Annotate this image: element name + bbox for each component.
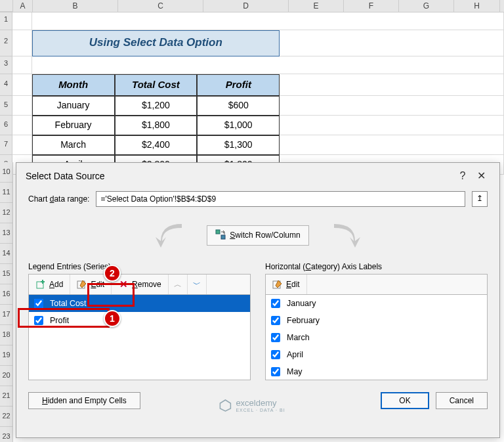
chart-data-range-label: Chart data range: [28,194,89,204]
table-cell[interactable]: $1,200 [115,96,198,116]
axis-label-text: April [287,350,303,359]
row-11[interactable]: 11 [0,183,13,203]
axis-label-text: January [287,299,316,308]
row-1[interactable]: 1 [0,12,12,30]
axis-checkbox[interactable] [271,299,280,308]
add-icon [35,279,46,290]
cell[interactable] [280,74,504,96]
table-cell[interactable]: March [32,135,115,155]
col-H[interactable]: H [454,0,500,12]
row-14[interactable]: 14 [0,244,13,264]
cell[interactable] [12,30,32,56]
collapse-range-button[interactable]: ↥ [472,191,488,207]
axis-list[interactable]: January February March April May [265,295,488,380]
cell[interactable] [280,96,504,116]
col-A[interactable]: A [13,0,33,12]
axis-checkbox[interactable] [271,333,280,342]
move-down-button[interactable]: ﹀ [188,275,207,294]
axis-checkbox[interactable] [271,316,280,325]
column-headers: A B C D E F G H [0,0,504,12]
series-item-total-cost[interactable]: Total Cost [29,295,250,312]
select-all-corner[interactable] [0,0,13,12]
add-series-button[interactable]: Add [29,275,70,294]
cell[interactable] [12,116,32,135]
move-up-button[interactable]: ︿ [169,275,188,294]
col-G[interactable]: G [399,0,454,12]
watermark: exceldemyEXCEL · DATA · BI [219,398,285,412]
axis-label-text: May [287,367,303,376]
cell[interactable] [280,30,504,56]
series-list[interactable]: Total Cost Profit [28,295,251,380]
row-2[interactable]: 2 [0,30,12,56]
hidden-empty-cells-button[interactable]: HHidden and Empty Cellsidden and Empty C… [28,392,140,409]
cell[interactable] [280,116,504,135]
series-label: Profit [50,316,69,325]
row-15[interactable]: 15 [0,264,13,284]
table-cell[interactable]: $2,400 [115,135,198,155]
cell[interactable] [12,96,32,116]
close-button[interactable]: ✕ [472,169,490,182]
row-20[interactable]: 20 [0,366,13,386]
col-C[interactable]: C [118,0,203,12]
row-16[interactable]: 16 [0,284,13,305]
row-13[interactable]: 13 [0,223,13,244]
row-17[interactable]: 17 [0,305,13,325]
row-4[interactable]: 4 [0,74,12,96]
ok-button[interactable]: OK [381,392,429,409]
cell[interactable] [12,135,32,155]
table-cell[interactable]: $600 [197,96,280,116]
cell[interactable] [12,56,32,74]
table-cell[interactable]: $1,800 [115,116,198,135]
axis-checkbox[interactable] [271,350,280,359]
range-select-icon: ↥ [476,194,483,203]
series-checkbox[interactable] [34,299,43,308]
row-22[interactable]: 22 [0,407,13,427]
col-F[interactable]: F [344,0,399,12]
axis-item[interactable]: May [266,363,487,380]
table-cell[interactable]: $1,300 [197,135,280,155]
axis-item[interactable]: March [266,329,487,346]
row-7[interactable]: 7 [0,135,12,155]
col-E[interactable]: E [289,0,344,12]
row-6[interactable]: 6 [0,116,12,135]
row-3[interactable]: 3 [0,56,12,74]
table-cell[interactable]: January [32,96,115,116]
table-cell[interactable]: February [32,116,115,135]
svg-marker-5 [220,400,230,411]
cell[interactable] [280,135,504,155]
dialog-titlebar: Select Data Source ? ✕ [16,163,499,187]
table-header-cost: Total Cost [115,74,198,96]
select-data-source-dialog: Select Data Source ? ✕ Chart data range:… [16,162,500,438]
edit-icon [272,279,283,290]
row-headers-tail: 10 11 12 13 14 15 16 17 18 19 20 21 22 2… [0,162,13,442]
axis-checkbox[interactable] [271,367,280,376]
axis-labels-label: Horizontal (Category) Axis Labels [265,262,488,271]
axis-item[interactable]: February [266,312,487,329]
series-item-profit[interactable]: Profit [29,312,250,329]
row-23[interactable]: 23 [0,427,13,442]
axis-toolbar: Edit [265,274,488,295]
axis-item[interactable]: January [266,295,487,312]
table-cell[interactable]: $1,000 [197,116,280,135]
row-12[interactable]: 12 [0,203,13,223]
row-18[interactable]: 18 [0,325,13,345]
chart-data-range-input[interactable] [96,191,465,207]
row-5[interactable]: 5 [0,96,12,116]
help-button[interactable]: ? [453,170,472,182]
series-checkbox[interactable] [34,316,43,325]
cancel-button[interactable]: Cancel [436,392,488,409]
series-toolbar: Add Edit ✕ Remove ︿ ﹀ [28,274,251,295]
remove-series-button[interactable]: ✕ Remove [112,275,169,294]
row-10[interactable]: 10 [0,162,13,183]
row-19[interactable]: 19 [0,345,13,366]
edit-axis-button[interactable]: Edit [266,275,307,294]
cell[interactable] [32,56,504,74]
cell[interactable] [12,12,32,30]
switch-row-column-button[interactable]: Switch Row/Column [207,225,308,246]
cell[interactable] [32,12,504,30]
axis-item[interactable]: April [266,346,487,363]
cell[interactable] [12,74,32,96]
row-21[interactable]: 21 [0,386,13,407]
col-D[interactable]: D [203,0,289,12]
col-B[interactable]: B [33,0,118,12]
